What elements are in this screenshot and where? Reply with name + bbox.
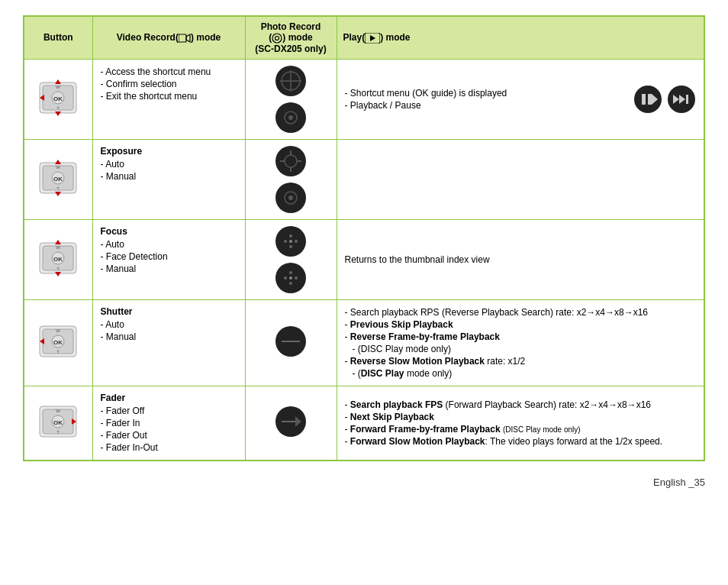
svg-text:T: T (56, 186, 60, 191)
play-item-text: Search playback RPS (Reverse Playback Se… (350, 307, 648, 318)
svg-marker-36 (55, 160, 61, 164)
photo-cell-2 (245, 139, 337, 219)
video-label-3: Focus (101, 226, 237, 237)
video-item: Fader In-Out (101, 441, 237, 454)
ok-button-icon-4: W T OK (37, 320, 79, 363)
svg-text:T: T (56, 106, 60, 111)
svg-point-2 (272, 34, 282, 43)
svg-point-66 (289, 276, 292, 280)
video-cell-5: Fader Fader Off Fader In Fader Out Fader… (92, 386, 245, 461)
svg-point-59 (289, 245, 292, 248)
video-item: Auto (101, 318, 237, 331)
video-item: Confirm selection (101, 78, 237, 90)
button-cell-4: W T OK (24, 299, 92, 386)
table-row: W T OK Shutter Auto Manual (24, 299, 704, 386)
svg-rect-29 (686, 95, 688, 104)
play-item: Playback / Pause (345, 99, 627, 112)
svg-text:OK: OK (53, 176, 63, 183)
svg-marker-5 (370, 35, 375, 41)
video-item: Fader Off (101, 405, 237, 417)
header-video: Video Record() mode (92, 16, 245, 59)
play-item-bold: Next Skip Playback (350, 412, 434, 422)
svg-point-21 (288, 115, 293, 120)
header-button: Button (24, 16, 92, 59)
header-play-text2: ) mode (380, 32, 410, 43)
svg-point-63 (289, 271, 292, 274)
button-cell-1: W T OK (24, 59, 92, 139)
svg-point-3 (275, 36, 279, 40)
button-cell-3: W T OK (24, 219, 92, 299)
svg-point-65 (289, 282, 292, 285)
play-item: Shortcut menu (OK guide) is displayed (345, 87, 627, 99)
play-item-bold: Forward Frame-by-frame Playback (350, 424, 501, 435)
page-number: English _35 (653, 477, 705, 488)
video-label-4: Shutter (101, 306, 237, 317)
play-item: Forward Frame-by-frame Playback (DISC Pl… (345, 423, 697, 435)
svg-marker-54 (55, 272, 61, 276)
video-desc-4: Auto Manual (101, 318, 237, 343)
play-cell-2 (337, 139, 704, 219)
play-item-bold: Reverse Slow Motion Playback (350, 356, 485, 367)
video-item: Manual (101, 170, 237, 183)
play-pause-icon (633, 85, 662, 114)
video-desc-2: Auto Manual (101, 158, 237, 183)
page-footer: English _35 (23, 477, 705, 488)
button-cell-2: W T OK (24, 139, 92, 219)
video-item: Face Detection (101, 250, 237, 263)
video-cell-3: Focus Auto Face Detection Manual (92, 219, 245, 299)
svg-text:OK: OK (53, 256, 63, 263)
svg-text:W: W (56, 409, 60, 413)
play-cell-5: Search playback FPS (Forward Playback Se… (337, 386, 704, 461)
video-item: Fader In (101, 417, 237, 429)
video-item: Auto (101, 158, 237, 170)
play-desc-4: Search playback RPS (Reverse Playback Se… (345, 306, 697, 380)
play-item-bold: Forward Slow Motion Playback (350, 436, 485, 447)
video-cell-2: Exposure Auto Manual (92, 139, 245, 219)
svg-marker-53 (55, 240, 61, 244)
ok-button-icon-3: W T OK (37, 237, 79, 280)
svg-point-62 (284, 276, 287, 280)
video-cell-4: Shutter Auto Manual (92, 299, 245, 386)
svg-point-57 (289, 234, 292, 238)
play-item-bold: Search playback FPS (350, 399, 443, 410)
svg-point-46 (288, 196, 293, 200)
svg-marker-12 (55, 79, 61, 84)
ok-button-icon-1: W T OK (37, 76, 79, 119)
table-row: W T OK Fader Fader Off Fader In Fader Ou… (24, 386, 704, 461)
table-row: W T OK Access the shortcut menu Confirm … (24, 59, 704, 139)
main-table: Button Video Record() mode Photo Record … (23, 15, 705, 461)
video-desc-1: Access the shortcut menu Confirm selecti… (101, 66, 237, 102)
svg-rect-24 (648, 94, 652, 105)
table-row: W T OK Exposure Auto Manual (24, 139, 704, 219)
photo-icon-2a (274, 144, 308, 178)
header-photo-line1: Photo Record (261, 21, 321, 32)
play-desc-1: Shortcut menu (OK guide) is displayed Pl… (345, 87, 627, 112)
svg-text:T: T (56, 267, 60, 271)
video-item: Access the shortcut menu (101, 66, 237, 78)
svg-point-64 (295, 276, 298, 280)
svg-rect-0 (179, 34, 186, 42)
play-item: Reverse Slow Motion Playback rate: x1/2 (345, 355, 697, 367)
header-play-text: Play( (343, 32, 366, 43)
button-cell-5: W T OK (24, 386, 92, 461)
photo-cell-4 (245, 299, 337, 386)
video-desc-5: Fader Off Fader In Fader Out Fader In-Ou… (101, 405, 237, 454)
header-play: Play() mode (337, 16, 704, 59)
header-video-end: ) mode (191, 32, 221, 43)
play-item: (DISC Play mode only) (345, 343, 697, 355)
table-row: W T OK Focus Auto Face Detection Manual (24, 219, 704, 299)
video-desc-3: Auto Face Detection Manual (101, 238, 237, 275)
video-label-5: Fader (101, 393, 237, 403)
play-item: Search playback RPS (Reverse Playback Se… (345, 306, 697, 318)
svg-point-56 (284, 240, 287, 243)
svg-text:OK: OK (53, 419, 63, 426)
play-item: Search playback FPS (Forward Playback Se… (345, 399, 697, 411)
photo-icon-3b (274, 261, 308, 295)
header-photo: Photo Record () mode (SC-DX205 only) (245, 16, 337, 59)
video-item: Auto (101, 238, 237, 250)
play-item: Forward Slow Motion Playback: The video … (345, 435, 697, 448)
play-cell-3: Returns to the thumbnail index view (337, 219, 704, 299)
play-item-bold: Previous Skip Playback (350, 319, 453, 330)
svg-marker-1 (186, 34, 190, 42)
svg-text:W: W (56, 245, 60, 250)
